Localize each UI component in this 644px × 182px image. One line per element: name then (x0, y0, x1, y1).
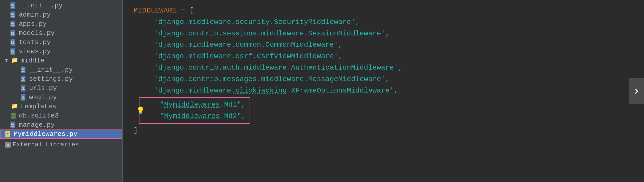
svg-text:py: py (11, 22, 14, 24)
code-token-dot: . (252, 51, 257, 62)
svg-rect-13 (11, 43, 15, 44)
py-file-icon: py (10, 48, 17, 55)
sidebar-item-views-py[interactable]: py views.py (0, 47, 122, 56)
sidebar-item-init-py-1[interactable]: py __init__.py (0, 1, 122, 10)
sidebar-item-templates-folder[interactable]: ▶ 📁 templates (0, 102, 122, 111)
code-line-2: 'django.middleware.security.SecurityMidd… (134, 17, 644, 28)
svg-text:py: py (21, 95, 24, 98)
folder-open-icon: 📁 (11, 57, 18, 64)
svg-text:py: py (21, 77, 24, 80)
external-libraries-item[interactable]: ⊞ External Libraries (0, 140, 122, 150)
sidebar-item-label: admin.py (19, 11, 51, 19)
code-line-9: "Mymiddlewares.Md1", (160, 99, 246, 111)
sidebar-item-middle-folder[interactable]: ▼ 📁 middle (0, 56, 122, 65)
sidebar-item-label: models.py (19, 29, 55, 37)
code-token-bracket-close: ] (134, 125, 138, 136)
svg-rect-16 (11, 53, 15, 54)
sidebar-item-manage-py[interactable]: py manage.py (0, 120, 122, 129)
svg-rect-22 (21, 80, 25, 81)
code-token-dot2: .XFrameOptionsMiddleware', (287, 85, 398, 97)
py-file-icon: py (10, 2, 17, 9)
py-file-icon: py (10, 30, 17, 37)
folder-arrow-icon: ▼ (5, 58, 10, 63)
code-token-string-3: 'django.contrib.sessions.middleware.Sess… (134, 28, 390, 40)
sidebar-item-tests-py[interactable]: py tests.py (0, 38, 122, 47)
svg-rect-10 (11, 34, 15, 35)
py-file-icon: py (20, 66, 27, 73)
code-token-string-6: 'django.contrib.auth.middleware.Authenti… (134, 62, 403, 74)
code-token-string-10b: .Md2", (220, 111, 246, 122)
py-file-icon: py (20, 75, 27, 83)
lightbulb-icon[interactable]: 💡 (136, 106, 145, 115)
sidebar-item-label: __init__.py (19, 2, 63, 9)
sidebar-item-label: tests.py (19, 38, 51, 46)
code-token-string-5a: 'django.middleware. (134, 51, 235, 62)
sidebar-item-label: middle (20, 57, 44, 64)
sidebar-item-mymiddlewares-py[interactable]: py Mymiddlewares.py (0, 129, 122, 139)
svg-text:py: py (21, 86, 24, 89)
svg-rect-28 (21, 98, 25, 99)
external-libraries-label: External Libraries (13, 141, 79, 148)
code-line-6: 'django.contrib.auth.middleware.Authenti… (134, 62, 644, 74)
svg-text:py: py (6, 132, 9, 135)
code-token-string-9b: .Md1", (220, 99, 246, 111)
folder-closed-icon: 📁 (11, 103, 18, 110)
svg-text:py: py (11, 12, 14, 15)
sidebar-item-admin-py[interactable]: py admin.py (0, 10, 122, 19)
code-content-area: MIDDLEWARE = [ 'django.middleware.securi… (134, 5, 644, 177)
code-token-string-9a: " (160, 99, 164, 111)
svg-text:py: py (21, 68, 24, 70)
py-file-icon: py (20, 85, 27, 92)
sidebar-item-db-sqlite3[interactable]: db.sqlite3 (0, 111, 122, 120)
code-token-mymiddlewares1: Mymiddlewares (164, 99, 220, 111)
py-file-icon: py (5, 131, 12, 138)
svg-point-32 (11, 117, 16, 119)
svg-rect-19 (21, 71, 25, 72)
sidebar-item-label: db.sqlite3 (19, 112, 59, 120)
sidebar-item-label: __init__.py (29, 66, 73, 74)
svg-rect-7 (11, 25, 15, 26)
code-token-string-2: 'django.middleware.security.SecurityMidd… (134, 17, 360, 28)
sidebar-item-label: templates (20, 103, 56, 110)
code-token-string-7: 'django.contrib.messages.middleware.Mess… (134, 74, 390, 85)
code-token-string-8a: 'django.middleware. (134, 85, 235, 97)
sidebar-item-label: settings.py (29, 75, 73, 83)
svg-rect-25 (21, 89, 25, 90)
py-file-icon: py (10, 11, 17, 18)
code-token-mymiddlewares2: Mymiddlewares (164, 111, 220, 122)
sidebar-item-label: views.py (19, 48, 51, 55)
pink-box: "Mymiddlewares.Md1", "Mymiddlewares.Md2"… (139, 97, 250, 124)
external-libraries-icon: ⊞ (5, 142, 11, 148)
py-file-icon: py (10, 121, 17, 128)
code-line-7: 'django.contrib.messages.middleware.Mess… (134, 74, 644, 85)
sidebar-item-label: apps.py (19, 20, 47, 28)
file-tree-sidebar: py __init__.py py admin.py py apps.py (0, 0, 122, 182)
sidebar-item-settings-py[interactable]: py settings.py (0, 74, 122, 84)
db-file-icon (10, 112, 17, 119)
next-arrow-button[interactable]: › (629, 78, 644, 104)
sidebar-item-urls-py[interactable]: py urls.py (0, 84, 122, 93)
code-token-clickjacking: clickjacking (235, 85, 287, 97)
code-line-3: 'django.contrib.sessions.middleware.Sess… (134, 28, 644, 40)
svg-text:py: py (11, 49, 14, 52)
code-line-5: 'django.middleware.csrf.CsrfViewMiddlewa… (134, 51, 644, 62)
sidebar-item-apps-py[interactable]: py apps.py (0, 19, 122, 29)
sidebar-item-wsgi-py[interactable]: py wsgi.py (0, 93, 122, 102)
sidebar-item-models-py[interactable]: py models.py (0, 29, 122, 38)
sidebar-item-label: wsgi.py (29, 94, 57, 101)
svg-text:py: py (11, 3, 14, 6)
code-token-quote-end5: ', (334, 51, 343, 62)
code-token-middleware: MIDDLEWARE (134, 5, 176, 17)
svg-text:py: py (11, 31, 14, 34)
code-token-equals: = (176, 5, 189, 17)
svg-rect-34 (11, 126, 15, 127)
py-file-icon: py (10, 20, 17, 28)
code-token-string-10a: " (160, 111, 164, 122)
code-line-8: 'django.middleware.clickjacking.XFrameOp… (134, 85, 644, 97)
code-line-10: "Mymiddlewares.Md2", (160, 111, 246, 122)
code-token-csrf: csrf (235, 51, 252, 62)
sidebar-item-label: urls.py (29, 84, 57, 92)
sidebar-item-label: Mymiddlewares.py (14, 130, 78, 138)
py-file-icon: py (20, 94, 27, 101)
sidebar-item-init-py-2[interactable]: py __init__.py (0, 65, 122, 74)
